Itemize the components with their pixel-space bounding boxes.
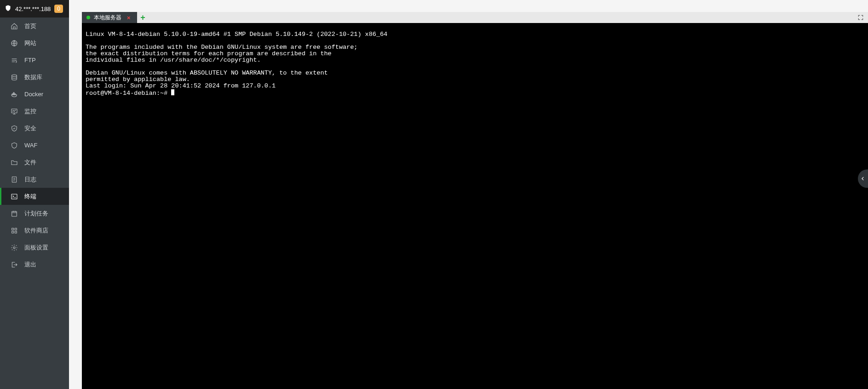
shield-icon: [11, 125, 18, 132]
home-icon: [11, 23, 18, 30]
tab-bar: 本地服务器 × +: [82, 12, 868, 23]
server-ip: 42.***.***.188: [15, 6, 51, 12]
terminal-output[interactable]: Linux VM-8-14-debian 5.10.0-19-amd64 #1 …: [82, 23, 868, 389]
sidebar-item-label: 终端: [24, 192, 36, 201]
svg-rect-12: [12, 231, 14, 233]
sidebar-item-label: 文件: [24, 158, 36, 167]
sidebar-item-label: 网站: [24, 39, 36, 47]
sidebar-item-label: 面板设置: [24, 244, 48, 252]
sidebar-item-label: 首页: [24, 22, 36, 30]
sidebar-item-label: 安全: [24, 124, 36, 133]
svg-rect-5: [13, 93, 14, 93]
database-icon: [11, 74, 18, 81]
sidebar-item-label: Docker: [24, 91, 43, 98]
terminal-tab[interactable]: 本地服务器 ×: [82, 12, 137, 23]
shield-icon: [5, 5, 11, 13]
calendar-icon: [11, 210, 18, 217]
sidebar-item-terminal[interactable]: 终端: [0, 188, 69, 205]
sidebar-item-label: 日志: [24, 175, 36, 184]
apps-icon: [11, 227, 18, 234]
svg-rect-10: [12, 228, 14, 230]
sidebar: 42.***.***.188 0 首页网站FTP数据库Docker监控安全WAF…: [0, 0, 69, 389]
svg-rect-9: [12, 211, 17, 216]
svg-rect-6: [11, 109, 17, 113]
gear-icon: [11, 244, 18, 251]
sidebar-item-calendar[interactable]: 计划任务: [0, 205, 69, 222]
notification-badge[interactable]: 0: [54, 5, 63, 13]
sidebar-item-label: 软件商店: [24, 226, 48, 235]
sidebar-item-label: 退出: [24, 261, 36, 269]
svg-point-1: [12, 75, 17, 76]
log-icon: [11, 176, 18, 183]
waf-icon: [11, 142, 18, 149]
ftp-icon: [11, 57, 18, 64]
sidebar-item-gear[interactable]: 面板设置: [0, 239, 69, 256]
close-icon[interactable]: ×: [125, 14, 132, 21]
sidebar-item-shield[interactable]: 安全: [0, 120, 69, 137]
svg-rect-8: [11, 194, 17, 199]
terminal-cursor: [171, 89, 174, 95]
sidebar-item-monitor[interactable]: 监控: [0, 103, 69, 120]
svg-rect-13: [15, 231, 17, 233]
sidebar-item-folder[interactable]: 文件: [0, 154, 69, 171]
sidebar-item-ftp[interactable]: FTP: [0, 52, 69, 69]
exit-icon: [11, 261, 18, 268]
sidebar-item-label: 监控: [24, 107, 36, 116]
sidebar-item-docker[interactable]: Docker: [0, 86, 69, 103]
sidebar-item-label: FTP: [24, 57, 36, 64]
terminal-icon: [11, 193, 18, 200]
svg-point-14: [13, 247, 15, 249]
sidebar-header: 42.***.***.188 0: [0, 0, 69, 17]
sidebar-item-label: WAF: [24, 142, 37, 149]
sidebar-item-label: 计划任务: [24, 209, 48, 218]
new-tab-button[interactable]: +: [137, 12, 149, 23]
sidebar-item-exit[interactable]: 退出: [0, 256, 69, 273]
sidebar-item-log[interactable]: 日志: [0, 171, 69, 188]
folder-icon: [11, 159, 18, 166]
sidebar-item-waf[interactable]: WAF: [0, 137, 69, 154]
sidebar-item-home[interactable]: 首页: [0, 17, 69, 35]
monitor-icon: [11, 108, 18, 115]
fullscreen-button[interactable]: [855, 12, 866, 23]
nav: 首页网站FTP数据库Docker监控安全WAF文件日志终端计划任务软件商店面板设…: [0, 17, 69, 273]
sidebar-item-apps[interactable]: 软件商店: [0, 222, 69, 239]
sidebar-item-globe[interactable]: 网站: [0, 35, 69, 52]
sidebar-item-label: 数据库: [24, 73, 42, 81]
sidebar-item-database[interactable]: 数据库: [0, 69, 69, 86]
globe-icon: [11, 40, 18, 47]
terminal-panel: 本地服务器 × + Linux VM-8-14-debian 5.10.0-19…: [82, 12, 868, 389]
svg-rect-11: [15, 228, 17, 230]
docker-icon: [11, 91, 18, 98]
tab-label: 本地服务器: [94, 14, 121, 22]
status-dot-icon: [86, 16, 90, 19]
content: 本地服务器 × + Linux VM-8-14-debian 5.10.0-19…: [69, 0, 868, 389]
